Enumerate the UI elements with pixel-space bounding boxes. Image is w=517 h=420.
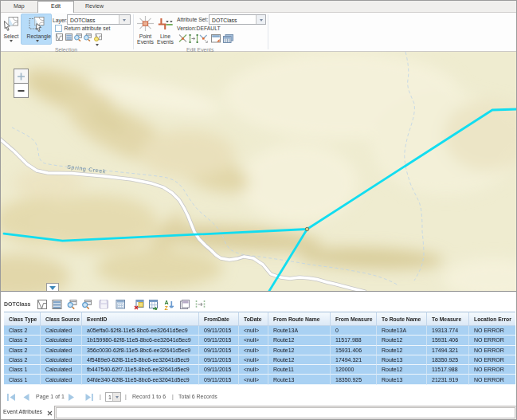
svg-text:Z: Z (165, 305, 169, 310)
svg-text:A: A (165, 300, 169, 305)
